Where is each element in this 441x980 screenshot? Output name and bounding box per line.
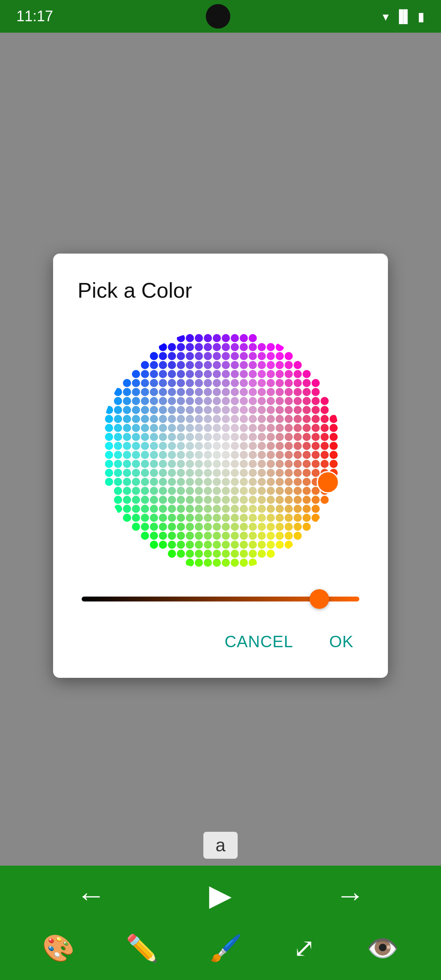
brightness-slider-container[interactable] xyxy=(82,597,359,601)
svg-point-53 xyxy=(258,361,266,369)
svg-point-216 xyxy=(267,424,275,432)
svg-point-6 xyxy=(222,334,230,342)
cancel-button[interactable]: CANCEL xyxy=(215,626,303,657)
svg-point-442 xyxy=(240,505,248,513)
marker-icon: ✏️ xyxy=(126,933,158,964)
dialog-overlay: Pick a Color CANCEL xyxy=(0,33,441,898)
svg-point-167 xyxy=(285,406,293,414)
svg-point-169 xyxy=(303,406,311,414)
svg-point-536 xyxy=(249,550,257,558)
svg-point-64 xyxy=(186,370,194,378)
svg-point-177 xyxy=(150,415,158,423)
svg-point-384 xyxy=(150,487,158,495)
svg-point-103 xyxy=(141,388,149,396)
svg-point-409 xyxy=(159,496,167,504)
svg-point-434 xyxy=(168,505,176,513)
ok-button[interactable]: OK xyxy=(319,626,363,657)
svg-point-251 xyxy=(114,442,122,450)
svg-point-492 xyxy=(303,523,311,531)
svg-point-70 xyxy=(240,370,248,378)
svg-point-225 xyxy=(114,433,122,441)
svg-point-180 xyxy=(177,415,185,423)
svg-point-307 xyxy=(150,460,158,468)
svg-point-340 xyxy=(213,469,221,477)
svg-point-455 xyxy=(159,514,167,522)
svg-point-43 xyxy=(168,361,176,369)
svg-point-399 xyxy=(285,487,293,495)
svg-point-210 xyxy=(213,424,221,432)
svg-point-280 xyxy=(141,451,149,459)
svg-point-282 xyxy=(159,451,167,459)
eye-button[interactable]: 👁️ xyxy=(362,929,403,968)
svg-point-257 xyxy=(168,442,176,450)
svg-point-181 xyxy=(186,415,194,423)
svg-point-453 xyxy=(141,514,149,522)
svg-point-505 xyxy=(249,532,257,540)
svg-point-29 xyxy=(195,352,203,360)
color-wheel-container[interactable] xyxy=(78,323,363,576)
svg-point-398 xyxy=(276,487,284,495)
svg-point-466 xyxy=(258,514,266,522)
svg-point-333 xyxy=(150,469,158,477)
svg-point-544 xyxy=(231,559,239,567)
svg-point-486 xyxy=(249,523,257,531)
svg-point-259 xyxy=(186,442,194,450)
selected-color-indicator xyxy=(317,472,339,493)
svg-point-155 xyxy=(177,406,185,414)
svg-point-36 xyxy=(258,352,266,360)
svg-point-484 xyxy=(231,523,239,531)
svg-point-432 xyxy=(150,505,158,513)
svg-point-523 xyxy=(258,541,266,549)
svg-point-98 xyxy=(303,379,311,387)
svg-point-322 xyxy=(285,460,293,468)
svg-point-14 xyxy=(195,343,203,351)
svg-point-56 xyxy=(285,361,293,369)
camera-indicator xyxy=(206,4,230,29)
svg-point-211 xyxy=(222,424,230,432)
svg-point-485 xyxy=(240,523,248,531)
svg-point-31 xyxy=(213,352,221,360)
svg-point-3 xyxy=(195,334,203,342)
svg-point-338 xyxy=(195,469,203,477)
svg-point-238 xyxy=(231,433,239,441)
svg-point-535 xyxy=(240,550,248,558)
svg-point-284 xyxy=(177,451,185,459)
svg-point-174 xyxy=(123,415,131,423)
svg-point-538 xyxy=(267,550,275,558)
svg-point-283 xyxy=(168,451,176,459)
slider-track[interactable] xyxy=(82,597,359,601)
svg-point-252 xyxy=(123,442,131,450)
lasso-button[interactable]: ⤢ xyxy=(289,929,319,967)
svg-point-149 xyxy=(123,406,131,414)
svg-point-405 xyxy=(123,496,131,504)
svg-point-231 xyxy=(168,433,176,441)
svg-point-34 xyxy=(240,352,248,360)
svg-point-296 xyxy=(285,451,293,459)
svg-point-510 xyxy=(294,532,302,540)
svg-point-318 xyxy=(249,460,257,468)
svg-point-401 xyxy=(303,487,311,495)
color-wheel[interactable] xyxy=(94,323,347,576)
slider-thumb[interactable] xyxy=(310,589,329,609)
svg-point-116 xyxy=(258,388,266,396)
svg-point-438 xyxy=(204,505,212,513)
svg-point-400 xyxy=(294,487,302,495)
svg-point-81 xyxy=(150,379,158,387)
svg-point-163 xyxy=(249,406,257,414)
svg-point-440 xyxy=(222,505,230,513)
palette-button[interactable]: 🎨 xyxy=(38,929,79,968)
svg-point-303 xyxy=(114,460,122,468)
svg-point-515 xyxy=(186,541,194,549)
brush-button[interactable]: 🖌️ xyxy=(205,929,246,968)
svg-point-337 xyxy=(186,469,194,477)
svg-point-178 xyxy=(159,415,167,423)
marker-button[interactable]: ✏️ xyxy=(122,929,163,968)
svg-point-135 xyxy=(222,397,230,405)
svg-point-462 xyxy=(222,514,230,522)
svg-point-354 xyxy=(105,478,113,486)
svg-point-383 xyxy=(141,487,149,495)
svg-point-387 xyxy=(177,487,185,495)
svg-point-508 xyxy=(276,532,284,540)
svg-point-531 xyxy=(204,550,212,558)
svg-point-17 xyxy=(222,343,230,351)
